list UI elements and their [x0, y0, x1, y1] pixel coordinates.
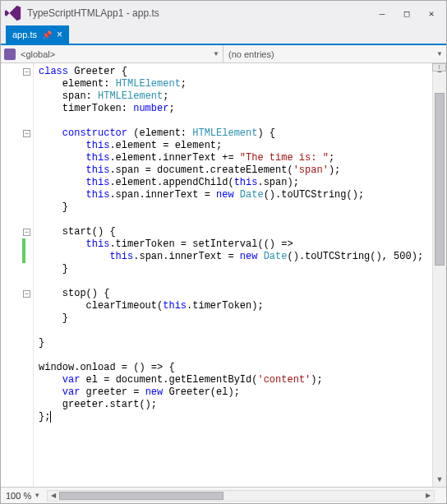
gutter-line: [1, 275, 33, 288]
code-line[interactable]: this.element.innerText += "The time is: …: [39, 152, 432, 164]
gutter-line: [1, 300, 33, 312]
window-title: TypeScriptHTMLApp1 - app.ts: [27, 7, 371, 19]
code-line[interactable]: }: [39, 337, 432, 349]
close-button[interactable]: ✕: [420, 5, 443, 21]
code-line[interactable]: this.span.innerText = new Date().toUTCSt…: [39, 189, 432, 201]
code-line[interactable]: window.onload = () => {: [39, 362, 432, 374]
code-line[interactable]: }: [39, 312, 432, 325]
gutter-line: [1, 349, 33, 362]
gutter-line: [1, 214, 33, 226]
nav-bar: <global> ▼ (no entries) ▼: [1, 45, 446, 63]
gutter-line: [1, 399, 33, 411]
gutter-line: [1, 312, 33, 325]
scroll-left-icon[interactable]: ◀: [48, 491, 59, 501]
code-line[interactable]: };: [39, 411, 432, 423]
gutter-line: [1, 140, 33, 152]
gutter-line: [1, 362, 33, 374]
fold-toggle-icon[interactable]: −: [23, 229, 30, 236]
gutter-line: [1, 263, 33, 275]
gutter-line: −: [1, 127, 33, 140]
gutter-line: [1, 386, 33, 399]
scroll-thumb[interactable]: [59, 492, 224, 500]
gutter-line: [1, 238, 33, 251]
tab-app-ts[interactable]: app.ts 📌 ×: [6, 25, 69, 44]
change-marker: [22, 251, 25, 263]
gutter-line: [1, 90, 33, 103]
pin-icon[interactable]: 📌: [42, 30, 52, 39]
code-line[interactable]: [39, 275, 432, 288]
tab-label: app.ts: [12, 30, 37, 39]
code-line[interactable]: class Greeter {: [39, 66, 432, 78]
code-line[interactable]: element: HTMLElement;: [39, 78, 432, 90]
code-line[interactable]: var el = document.getElementById('conten…: [39, 374, 432, 386]
gutter-line: −: [1, 288, 33, 300]
scope-icon: [4, 49, 16, 60]
horizontal-scrollbar[interactable]: ◀ ▶: [47, 490, 435, 502]
maximize-button[interactable]: □: [395, 5, 418, 21]
code-line[interactable]: start() {: [39, 226, 432, 238]
change-marker: [22, 238, 25, 251]
code-line[interactable]: greeter.start();: [39, 399, 432, 411]
code-line[interactable]: }: [39, 201, 432, 214]
chevron-down-icon[interactable]: ▼: [34, 492, 40, 499]
chevron-down-icon: ▼: [436, 50, 443, 58]
code-line[interactable]: [39, 115, 432, 127]
title-bar: TypeScriptHTMLApp1 - app.ts — □ ✕: [1, 1, 446, 25]
scroll-down-icon[interactable]: ▼: [433, 473, 446, 487]
fold-toggle-icon[interactable]: −: [23, 130, 30, 137]
zoom-level[interactable]: 100 %: [6, 491, 31, 501]
code-line[interactable]: stop() {: [39, 288, 432, 300]
members-dropdown[interactable]: (no entries) ▼: [224, 45, 446, 62]
gutter-line: [1, 374, 33, 386]
code-area[interactable]: class Greeter { element: HTMLElement; sp…: [34, 63, 432, 487]
status-bar: 100 % ▼ ◀ ▶: [1, 487, 446, 503]
scroll-thumb[interactable]: [435, 93, 445, 266]
vertical-scrollbar[interactable]: ▲ ▼: [432, 63, 446, 487]
code-line[interactable]: var greeter = new Greeter(el);: [39, 386, 432, 399]
gutter-line: [1, 411, 33, 423]
gutter-line: [1, 115, 33, 127]
code-line[interactable]: this.span.innerText = new Date().toUTCSt…: [39, 251, 432, 263]
members-label: (no entries): [228, 49, 274, 59]
minimize-button[interactable]: —: [371, 5, 394, 21]
code-line[interactable]: this.element.appendChild(this.span);: [39, 177, 432, 189]
split-handle-icon[interactable]: ↕: [432, 63, 446, 72]
fold-toggle-icon[interactable]: −: [23, 290, 30, 298]
code-line[interactable]: this.element = element;: [39, 140, 432, 152]
gutter-line: −: [1, 226, 33, 238]
tab-close-icon[interactable]: ×: [57, 29, 62, 40]
code-line[interactable]: constructor (element: HTMLElement) {: [39, 127, 432, 140]
code-line[interactable]: [39, 349, 432, 362]
code-line[interactable]: span: HTMLElement;: [39, 90, 432, 103]
code-line[interactable]: [39, 214, 432, 226]
vs-logo-icon: [4, 4, 22, 22]
code-line[interactable]: this.timerToken = setInterval(() =>: [39, 238, 432, 251]
scope-label: <global>: [21, 49, 55, 59]
gutter: −−−−: [1, 63, 34, 487]
gutter-line: −: [1, 66, 33, 78]
code-line[interactable]: this.span = document.createElement('span…: [39, 164, 432, 177]
gutter-line: [1, 201, 33, 214]
gutter-line: [1, 103, 33, 115]
gutter-line: [1, 152, 33, 164]
gutter-line: [1, 325, 33, 337]
fold-toggle-icon[interactable]: −: [23, 68, 30, 76]
gutter-line: [1, 189, 33, 201]
code-line[interactable]: [39, 325, 432, 337]
code-line[interactable]: timerToken: number;: [39, 103, 432, 115]
gutter-line: [1, 337, 33, 349]
gutter-line: [1, 164, 33, 177]
editor[interactable]: ↕ −−−− class Greeter { element: HTMLElem…: [1, 63, 446, 487]
tab-strip: app.ts 📌 ×: [1, 25, 446, 45]
gutter-line: [1, 177, 33, 189]
gutter-line: [1, 78, 33, 90]
code-line[interactable]: }: [39, 263, 432, 275]
gutter-line: [1, 251, 33, 263]
scope-dropdown[interactable]: <global> ▼: [1, 45, 224, 62]
chevron-down-icon: ▼: [213, 50, 219, 58]
code-line[interactable]: clearTimeout(this.timerToken);: [39, 300, 432, 312]
scroll-right-icon[interactable]: ▶: [422, 491, 434, 501]
